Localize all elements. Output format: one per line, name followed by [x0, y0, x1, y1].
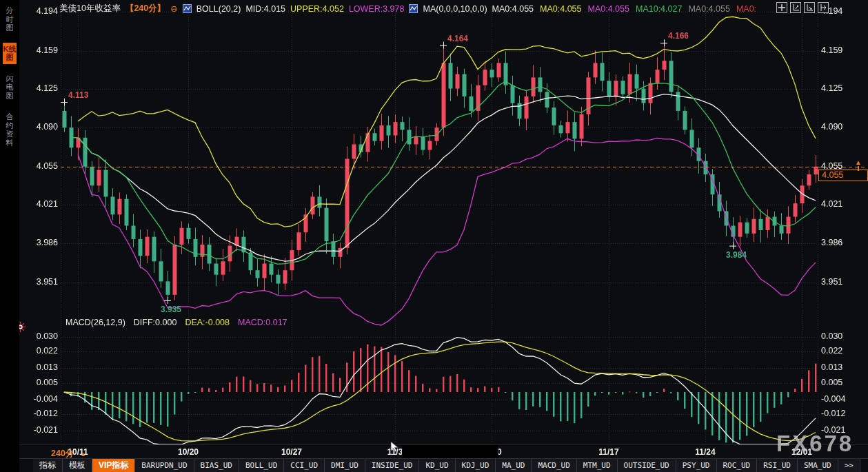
- macd-label: MACD(26,12,9): [65, 318, 125, 327]
- indicator-tab-RSIUD[interactable]: RSI_UD: [757, 459, 798, 472]
- price-axis-label-left: 4.159: [29, 45, 58, 55]
- candlestick-chart-canvas[interactable]: [0, 0, 868, 472]
- price-axis-label-right: 4.021: [821, 199, 842, 209]
- date-axis-label: 10/27: [279, 447, 305, 457]
- indicator-tab-模板[interactable]: 模板: [63, 459, 92, 472]
- price-axis-label-left: 4.194: [29, 6, 58, 16]
- boll-label: BOLL(20,2): [196, 4, 241, 14]
- indicator-tab-OUTSIDEUD[interactable]: OUTSIDE_UD: [618, 459, 676, 472]
- indicator-tab-MTMUD[interactable]: MTM_UD: [577, 459, 618, 472]
- ma-readout: MA0:4.055: [492, 4, 534, 14]
- macd-axis-label-left: 0.005: [29, 378, 58, 387]
- indicator-tab-SMAUD[interactable]: SMA_UD: [798, 459, 838, 472]
- price-annotation-high: 4.164: [447, 34, 468, 43]
- indicator-tab-PSYUD[interactable]: PSY_UD: [676, 459, 717, 472]
- macd-axis-label-left: 0.030: [29, 331, 58, 341]
- current-price-value: 4.055: [822, 170, 843, 180]
- move-icon[interactable]: [776, 2, 787, 13]
- period-tag[interactable]: 【240分】: [125, 3, 165, 14]
- indicator-tab-KDJUD[interactable]: KDJ_UD: [456, 459, 496, 472]
- current-price-tag: 4.055: [818, 170, 868, 181]
- collapse-icon[interactable]: ⊖: [170, 3, 177, 14]
- macd-diff-readout: DIFF:0.000: [134, 318, 177, 327]
- price-annotation-low: 3.984: [726, 250, 747, 260]
- latest-price-arrow-icon[interactable]: ▲: [855, 159, 862, 171]
- macd-axis-label-left: -0.004: [29, 394, 58, 404]
- ma-indicator-icon[interactable]: [409, 4, 418, 13]
- price-axis-label-right: 3.951: [821, 277, 842, 287]
- macd-macd-readout: MACD:0.017: [238, 318, 287, 327]
- macd-dea-readout: DEA:-0.008: [185, 318, 230, 327]
- window-controls: [776, 2, 829, 13]
- watermark: FX678: [776, 431, 854, 457]
- indicator-tab-bar: 指标模板VIP指标BARUPDN_UDBIAS_UDBOLL_UDCCI_UDD…: [19, 458, 868, 472]
- price-annotation-high: 4.166: [668, 31, 689, 41]
- price-annotation-low: 3.935: [161, 305, 181, 314]
- boll-upper-readout: UPPER:4.052: [290, 4, 344, 14]
- price-axis-label-left: 4.090: [29, 122, 58, 132]
- date-axis-label: 11/17: [596, 447, 622, 457]
- macd-axis-label-right: 0.022: [821, 346, 842, 356]
- ma-readouts: MA0:4.055MA0:4.055MA0:4.055MA10:4.027MA0…: [492, 4, 756, 14]
- scale-x-axis-icon[interactable]: [804, 2, 815, 13]
- price-axis-label-right: 3.986: [821, 238, 842, 247]
- indicator-tab-[interactable]: >>: [838, 459, 860, 472]
- ma-readout: MA0:: [736, 4, 756, 14]
- macd-header: MACD(26,12,9) DIFF:0.000 DEA:-0.008 MACD…: [65, 318, 287, 327]
- dropup-triangle-icon: ▲: [80, 451, 86, 458]
- macd-axis-label-right: -0.012: [821, 409, 845, 418]
- macd-axis-label-right: 0.005: [821, 378, 842, 387]
- date-axis-label: 11/24: [692, 447, 718, 457]
- sidebar-tab-合约资料[interactable]: 合约资料: [3, 110, 17, 149]
- macd-axis-label-right: -0.004: [821, 394, 845, 404]
- indicator-tab-CCIUD[interactable]: CCI_UD: [284, 459, 325, 472]
- indicator-tab-MAUD[interactable]: MA_UD: [496, 459, 532, 472]
- indicator-tab-BARUPDNUD[interactable]: BARUPDN_UD: [135, 459, 194, 472]
- price-axis-label-left: 4.021: [29, 199, 58, 209]
- chart-window: 分时图K线图闪电图合约资料 美债10年收益率 【240分】 ⊖ BOLL(20,…: [0, 0, 868, 472]
- price-axis-label-left: 3.951: [29, 277, 58, 287]
- sidebar-tab-K线图[interactable]: K线图: [3, 43, 17, 64]
- sidebar-tab-分时图[interactable]: 分时图: [3, 4, 17, 34]
- macd-axis-label-left: 0.013: [29, 362, 58, 372]
- indicator-tab-INSIDEUD[interactable]: INSIDE_UD: [365, 459, 420, 472]
- price-axis-label-right: 4.125: [821, 83, 842, 93]
- date-axis-label: 10/20: [175, 447, 201, 457]
- ma-label: MA(0,0,0,10,0,0): [423, 4, 487, 14]
- macd-axis-label-left: -0.021: [29, 425, 58, 435]
- boll-lower-readout: LOWER:3.978: [349, 4, 405, 14]
- price-axis-label-right: 4.159: [821, 45, 842, 55]
- boll-indicator-icon[interactable]: [183, 4, 192, 13]
- ma-readout: MA0:4.055: [588, 4, 629, 14]
- indicator-tab-指标[interactable]: 指标: [33, 459, 63, 472]
- macd-axis-label-right: 0.030: [821, 331, 842, 341]
- price-axis-label-left: 3.986: [29, 238, 58, 247]
- macd-axis-label-left: 0.022: [29, 346, 58, 356]
- indicator-tab-VIP指标[interactable]: VIP指标: [92, 459, 135, 472]
- indicator-tab-MACDUD[interactable]: MACD_UD: [532, 459, 576, 472]
- indicator-tab-DMIUD[interactable]: DMI_UD: [325, 459, 365, 472]
- macd-axis-label-left: -0.012: [29, 409, 58, 418]
- chart-type-sidebar: 分时图K线图闪电图合约资料: [0, 0, 19, 472]
- scale-y-axis-icon[interactable]: [790, 2, 801, 13]
- tooltip-box: [402, 445, 498, 460]
- ma-readout: MA10:4.027: [636, 4, 682, 14]
- price-axis-label-left: 4.055: [29, 161, 58, 171]
- price-axis-label-right: 4.090: [821, 122, 842, 132]
- sidebar-tab-闪电图[interactable]: 闪电图: [3, 72, 17, 103]
- ma-readout: MA0:4.055: [688, 4, 729, 14]
- price-annotation-high: 4.113: [68, 90, 88, 100]
- price-axis-label-left: 4.125: [29, 83, 58, 93]
- indicator-tab-KDUD[interactable]: KD_UD: [419, 459, 455, 472]
- indicator-tab-ROCUD[interactable]: ROC_UD: [717, 459, 758, 472]
- pan-right-icon[interactable]: [818, 2, 829, 13]
- ma-readout: MA0:4.055: [540, 4, 581, 14]
- symbol-title: 美债10年收益率: [59, 3, 121, 14]
- macd-axis-label-right: 0.013: [821, 362, 842, 372]
- indicator-tab-BOLLUD[interactable]: BOLL_UD: [239, 459, 284, 472]
- mouse-cursor-icon: [390, 441, 400, 456]
- indicator-header: 美债10年收益率 【240分】 ⊖ BOLL(20,2) MID:4.015 U…: [59, 3, 756, 14]
- indicator-tab-BIASUD[interactable]: BIAS_UD: [194, 459, 239, 472]
- boll-mid-readout: MID:4.015: [245, 4, 285, 14]
